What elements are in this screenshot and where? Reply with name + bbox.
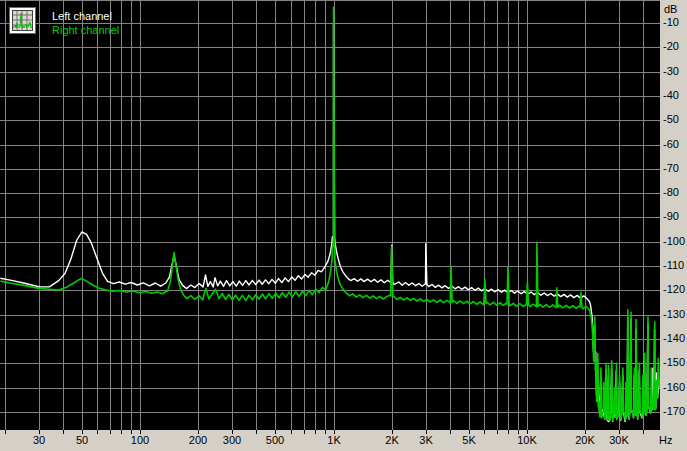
x-tick-mark	[497, 430, 498, 434]
x-tick-mark	[315, 430, 316, 434]
x-tick-mark	[110, 430, 111, 434]
y-tick-label: -110	[663, 259, 684, 271]
x-axis-unit-label: Hz	[659, 434, 672, 446]
y-tick-label: -120	[663, 283, 685, 295]
x-tick-mark	[291, 430, 292, 434]
x-tick-mark	[256, 430, 257, 434]
x-tick-label: 500	[266, 434, 284, 446]
x-tick-label: 100	[131, 434, 149, 446]
x-tick-mark	[484, 430, 485, 434]
y-tick-label: -70	[663, 162, 679, 174]
x-tick-mark	[5, 430, 6, 434]
x-tick-label: 5K	[462, 434, 475, 446]
x-tick-mark	[643, 430, 644, 434]
x-tick-label: 20K	[575, 434, 595, 446]
y-tick-label: -60	[663, 138, 679, 150]
x-tick-mark	[63, 430, 64, 434]
y-tick-label: -170	[663, 405, 685, 417]
spectrum-chart: Left channel Right channel dB -10-20-30-…	[0, 0, 687, 451]
plot-svg	[0, 0, 660, 430]
series-right-channel	[0, 7, 659, 421]
y-axis-unit-label: dB	[664, 3, 677, 15]
y-tick-label: -100	[663, 235, 685, 247]
y-tick-label: -130	[663, 308, 685, 320]
legend-label-left-channel: Left channel	[52, 10, 112, 22]
y-axis: dB -10-20-30-40-50-60-70-80-90-100-110-1…	[660, 0, 687, 430]
x-axis: Hz 30501002003005001K2K3K5K10K20K30K	[0, 430, 687, 451]
x-tick-mark	[121, 430, 122, 434]
y-tick-label: -20	[663, 40, 679, 52]
y-tick-label: -90	[663, 210, 679, 222]
x-tick-mark	[304, 430, 305, 434]
legend-label-right-channel: Right channel	[52, 24, 119, 36]
y-tick-label: -150	[663, 356, 685, 368]
x-tick-mark	[508, 430, 509, 434]
x-tick-mark	[325, 430, 326, 434]
y-tick-label: -140	[663, 332, 685, 344]
mini-spectrum-icon	[9, 7, 36, 34]
x-tick-label: 30K	[609, 434, 629, 446]
y-tick-label: -80	[663, 186, 679, 198]
x-tick-mark	[450, 430, 451, 434]
y-tick-label: -40	[663, 89, 679, 101]
y-tick-label: -50	[663, 113, 679, 125]
x-tick-label: 200	[189, 434, 207, 446]
x-tick-label: 10K	[517, 434, 537, 446]
x-tick-label: 30	[33, 434, 45, 446]
x-tick-mark	[97, 430, 98, 434]
y-tick-label: -30	[663, 65, 679, 77]
plot-area	[0, 0, 660, 430]
y-tick-label: -10	[663, 16, 679, 28]
y-tick-label: -160	[663, 381, 685, 393]
x-tick-label: 300	[223, 434, 241, 446]
x-tick-label: 2K	[385, 434, 398, 446]
x-tick-label: 1K	[327, 434, 340, 446]
x-tick-label: 50	[76, 434, 88, 446]
series-left-channel	[0, 23, 659, 422]
x-tick-label: 3K	[419, 434, 432, 446]
